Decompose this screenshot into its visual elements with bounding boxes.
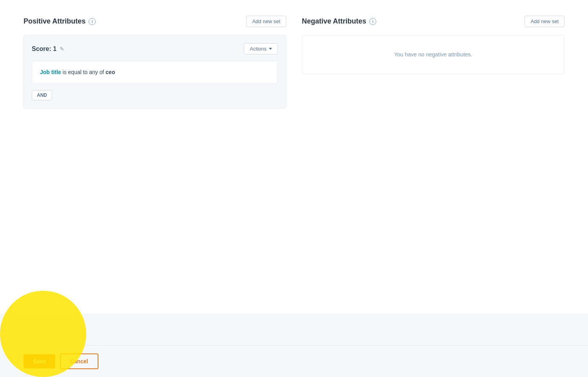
filter-card: Job title is equal to any of ceo: [32, 61, 278, 84]
no-negative-message: You have no negative attributes.: [394, 51, 472, 58]
score-header: Score: 1 ✎ Actions: [32, 43, 278, 54]
filter-value: ceo: [105, 69, 115, 75]
positive-attributes-column: Positive Attributes i Add new set Score:…: [24, 16, 286, 109]
footer-buttons: Save Cancel: [24, 353, 98, 369]
score-text: Score: 1: [32, 45, 56, 53]
negative-attributes-column: Negative Attributes i Add new set You ha…: [302, 16, 564, 109]
filter-operator-text: is equal to any of: [61, 69, 106, 75]
actions-button[interactable]: Actions: [244, 43, 278, 54]
positive-attributes-header: Positive Attributes i Add new set: [24, 16, 286, 27]
positive-title-group: Positive Attributes i: [24, 17, 96, 25]
footer-bar: Save Cancel: [0, 345, 588, 377]
score-value: 1: [53, 45, 56, 52]
save-button[interactable]: Save: [24, 354, 55, 368]
chevron-down-icon: [269, 48, 272, 50]
positive-add-new-set-button[interactable]: Add new set: [246, 16, 286, 27]
columns-wrapper: Positive Attributes i Add new set Score:…: [24, 16, 564, 109]
score-label-group: Score: 1 ✎: [32, 45, 64, 53]
negative-title-group: Negative Attributes i: [302, 17, 376, 25]
filter-job-title-link[interactable]: Job title: [40, 69, 61, 75]
negative-empty-card: You have no negative attributes.: [302, 35, 564, 74]
and-button[interactable]: AND: [32, 90, 52, 100]
score-prefix: Score:: [32, 45, 51, 52]
positive-attributes-title: Positive Attributes: [24, 17, 85, 25]
filter-text-content: Job title is equal to any of ceo: [40, 68, 270, 76]
main-content: Positive Attributes i Add new set Score:…: [0, 0, 588, 314]
negative-add-new-set-button[interactable]: Add new set: [524, 16, 564, 27]
actions-label: Actions: [250, 46, 267, 52]
negative-attributes-header: Negative Attributes i Add new set: [302, 16, 564, 27]
positive-score-card: Score: 1 ✎ Actions Job title is equal to…: [24, 35, 286, 109]
cancel-button[interactable]: Cancel: [60, 353, 98, 369]
negative-attributes-title: Negative Attributes: [302, 17, 366, 25]
positive-attributes-info-icon[interactable]: i: [89, 18, 96, 25]
score-edit-icon[interactable]: ✎: [60, 46, 64, 52]
negative-attributes-info-icon[interactable]: i: [369, 18, 376, 25]
